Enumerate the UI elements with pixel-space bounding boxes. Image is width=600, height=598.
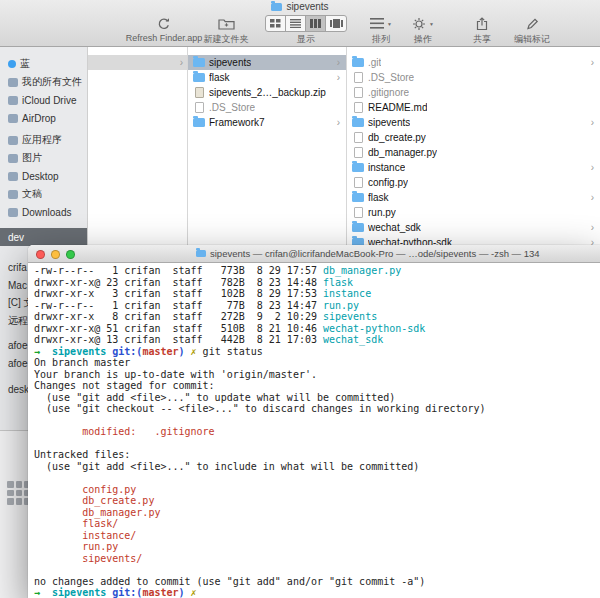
terminal-line — [34, 415, 600, 427]
edit-tags-label: 编辑标记 — [514, 33, 550, 46]
file-row[interactable]: config.py — [347, 175, 600, 190]
chevron-right-icon — [591, 223, 594, 233]
sidebar-item[interactable]: 我的所有文件 — [0, 73, 87, 91]
view-switcher: 显示 — [264, 14, 348, 46]
view-label: 显示 — [297, 33, 315, 46]
chevron-right-icon — [337, 58, 340, 68]
file-name: config.py — [368, 177, 408, 188]
chevron-right-icon — [591, 58, 594, 68]
file-row[interactable]: sipevents — [347, 115, 600, 130]
action-label: 操作 — [414, 33, 432, 46]
new-folder-button[interactable]: 新建文件夹 — [196, 14, 256, 46]
sidebar-item[interactable]: AirDrop — [0, 109, 87, 127]
pencil-tag-icon — [526, 14, 539, 33]
file-icon — [354, 147, 363, 158]
file-row[interactable]: instance — [347, 160, 600, 175]
share-label: 共享 — [473, 33, 491, 46]
sidebar-item[interactable]: dev — [0, 228, 87, 246]
airdrop-icon — [8, 114, 18, 123]
sidebar-item-label: dev — [8, 232, 24, 243]
coverflow-view-button[interactable] — [326, 16, 346, 31]
file-row[interactable]: flask — [347, 190, 600, 205]
file-row[interactable]: .DS_Store — [347, 70, 600, 85]
sidebar-item-label: 图片 — [22, 151, 42, 165]
terminal-line: db_manager.py — [34, 507, 600, 519]
sidebar-item-label: afoe — [8, 358, 27, 369]
zoom-button[interactable] — [66, 250, 75, 259]
sidebar-item[interactable]: iCloud Drive — [0, 91, 87, 109]
sidebar-item-label: 远程 — [8, 314, 28, 328]
sidebar-item[interactable]: 图片 — [0, 149, 87, 167]
terminal-line: drwxr-xr-x@ 51 crifan staff 510B 8 21 10… — [34, 323, 600, 335]
downloads-icon — [8, 208, 18, 217]
file-name: sipevents — [209, 57, 251, 68]
sidebar-item-label: crifa — [8, 262, 27, 273]
new-folder-icon — [218, 14, 235, 33]
tag-icon — [8, 60, 16, 68]
terminal-line: flask/ — [34, 518, 600, 530]
sidebar-item[interactable]: 蓝 — [0, 55, 87, 73]
folder-icon — [193, 118, 205, 127]
file-row[interactable]: sipevents — [188, 55, 346, 70]
edit-tags-button[interactable]: 编辑标记 — [506, 14, 558, 46]
sidebar-item[interactable]: 应用程序 — [0, 131, 87, 149]
file-row[interactable]: db_manager.py — [347, 145, 600, 160]
file-row[interactable]: README.md — [347, 100, 600, 115]
file-name: .DS_Store — [209, 102, 255, 113]
sidebar-item-label: 应用程序 — [22, 133, 62, 147]
desktop-icon — [8, 172, 18, 181]
sidebar-item[interactable]: Desktop — [0, 167, 87, 185]
parent-folder-row[interactable] — [88, 55, 187, 70]
file-row[interactable]: sipevents_2…_backup.zip — [188, 85, 346, 100]
file-icon — [195, 102, 204, 113]
refresh-icon — [157, 14, 171, 33]
chevron-right-icon — [337, 73, 340, 83]
sidebar-item-label: 蓝 — [20, 57, 30, 71]
terminal-line: Your branch is up-to-date with 'origin/m… — [34, 369, 600, 381]
new-folder-label: 新建文件夹 — [204, 33, 249, 46]
action-button[interactable]: ▼ 操作 — [402, 14, 444, 46]
refresh-finder-button[interactable]: Refresh Finder.app — [122, 14, 206, 43]
documents-icon — [8, 190, 18, 199]
file-icon — [354, 207, 363, 218]
file-row[interactable]: Framework7 — [188, 115, 346, 130]
folder-icon — [352, 163, 364, 172]
sidebar-item-label: afoe — [8, 340, 27, 351]
column-view-button[interactable] — [306, 16, 326, 31]
finder-window-title: sipevents — [0, 0, 600, 13]
list-view-button[interactable] — [286, 16, 306, 31]
share-button[interactable]: 共享 — [460, 14, 504, 46]
file-name: .DS_Store — [368, 72, 414, 83]
file-name: flask — [368, 192, 389, 203]
zip-icon — [195, 87, 204, 98]
terminal-output[interactable]: -rw-r--r-- 1 crifan staff 773B 8 29 17:5… — [28, 263, 600, 598]
close-button[interactable] — [36, 250, 45, 259]
file-row[interactable]: run.py — [347, 205, 600, 220]
file-row[interactable]: wechat_sdk — [347, 220, 600, 235]
chevron-right-icon — [591, 163, 594, 173]
minimize-button[interactable] — [51, 250, 60, 259]
file-row[interactable]: flask — [188, 70, 346, 85]
terminal-line: no changes added to commit (use "git add… — [34, 576, 600, 588]
file-row[interactable]: .git — [347, 55, 600, 70]
sidebar-item-label: iCloud Drive — [22, 95, 76, 106]
folder-icon — [193, 58, 205, 67]
file-icon — [354, 177, 363, 188]
sidebar-item[interactable]: Downloads — [0, 203, 87, 221]
icon-view-button[interactable] — [266, 16, 286, 31]
terminal-line: On branch master — [34, 357, 600, 369]
terminal-line: drwxr-xr-x@ 13 crifan staff 442B 8 21 17… — [34, 334, 600, 346]
file-name: .git — [368, 57, 381, 68]
window-controls — [36, 250, 75, 259]
file-row[interactable]: .gitignore — [347, 85, 600, 100]
chevron-right-icon — [337, 118, 340, 128]
arrange-button[interactable]: ▼ 排列 — [360, 14, 402, 46]
sidebar-item[interactable]: 文稿 — [0, 185, 87, 203]
file-row[interactable]: .DS_Store — [188, 100, 346, 115]
file-row[interactable]: db_create.py — [347, 130, 600, 145]
file-name: sipevents_2…_backup.zip — [209, 87, 326, 98]
file-name: db_manager.py — [368, 147, 437, 158]
terminal-titlebar[interactable]: sipevents — crifan@licrifandeMacBook-Pro… — [28, 245, 600, 263]
finder-titlebar: sipevents Refresh Finder.app 新建文件夹 — [0, 0, 600, 47]
file-name: flask — [209, 72, 230, 83]
